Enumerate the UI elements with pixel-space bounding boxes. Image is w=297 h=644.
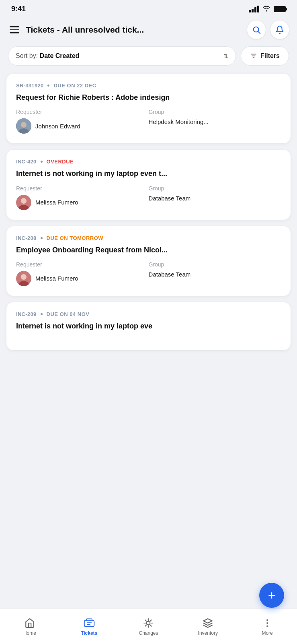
card-fields: Requester Melissa Fumero Group Databas [16, 185, 281, 210]
signal-icon [249, 6, 259, 12]
ticket-id: INC-420 [16, 159, 37, 165]
svg-point-20 [266, 622, 268, 624]
group-value: Database Team [149, 195, 281, 202]
page-title: Tickets - All unresolved tick... [26, 25, 242, 35]
bottom-navigation: Home Tickets [0, 609, 297, 644]
sort-label: Sort by: [16, 52, 38, 59]
card-meta: INC-420 OVERDUE [16, 159, 281, 165]
avatar [16, 118, 31, 134]
card-meta: INC-209 DUE ON 04 NOV [16, 311, 281, 317]
add-ticket-button[interactable]: + [259, 583, 284, 608]
nav-item-changes[interactable]: Changes [119, 609, 178, 641]
tickets-icon [84, 617, 95, 629]
status-bar: 9:41 [0, 0, 297, 17]
svg-point-19 [266, 619, 268, 621]
card-fields: Requester Melissa Fumero Group Databas [16, 261, 281, 286]
svg-point-17 [147, 621, 150, 625]
sort-filter-bar: Sort by: Date Created ⇅ Filters [0, 45, 297, 72]
group-label: Group [149, 261, 281, 268]
sort-arrows-icon: ⇅ [223, 53, 228, 59]
filter-icon [250, 52, 257, 60]
ticket-due: DUE ON 22 DEC [53, 83, 96, 89]
nav-item-tickets[interactable]: Tickets [59, 609, 119, 641]
svg-point-6 [21, 122, 27, 128]
search-button[interactable] [247, 21, 266, 39]
ticket-title: Employee Onboarding Request from Nicol..… [16, 245, 281, 255]
group-name: Database Team [149, 195, 191, 202]
dot-divider [41, 237, 43, 239]
inventory-icon [202, 617, 213, 629]
ticket-due: OVERDUE [47, 159, 74, 165]
bell-icon [275, 25, 284, 34]
group-label: Group [149, 185, 281, 192]
svg-point-9 [21, 198, 27, 204]
card-meta: INC-208 DUE ON TOMORROW [16, 235, 281, 241]
requester-value: Melissa Fumero [16, 271, 149, 286]
ticket-card[interactable]: INC-208 DUE ON TOMORROW Employee Onboard… [6, 226, 291, 296]
sort-value: Date Created [40, 52, 80, 59]
svg-marker-18 [203, 619, 212, 623]
sort-button[interactable]: Sort by: Date Created ⇅ [8, 46, 236, 66]
more-icon [262, 617, 273, 629]
status-time: 9:41 [11, 5, 26, 13]
home-icon [24, 617, 35, 629]
notification-button[interactable] [270, 21, 289, 39]
ticket-id: INC-209 [16, 311, 37, 317]
requester-value: Johnson Edward [16, 118, 149, 134]
card-fields: Requester Johnson Edward Group Helpdes [16, 109, 281, 134]
search-icon [252, 25, 261, 34]
battery-icon [274, 6, 286, 12]
nav-item-inventory[interactable]: Inventory [178, 609, 238, 641]
ticket-due: DUE ON TOMORROW [47, 235, 104, 241]
tickets-list: SR-331920 DUE ON 22 DEC Request for Rich… [0, 72, 297, 398]
nav-label-inventory: Inventory [198, 630, 218, 636]
wifi-icon [262, 5, 270, 13]
group-label: Group [149, 109, 281, 115]
ticket-card[interactable]: SR-331920 DUE ON 22 DEC Request for Rich… [6, 74, 291, 143]
ticket-card[interactable]: INC-420 OVERDUE Internet is not working … [6, 150, 291, 219]
dot-divider [41, 313, 43, 315]
filter-button[interactable]: Filters [241, 46, 289, 66]
ticket-id: INC-208 [16, 235, 37, 241]
group-name: Helpdesk Monitoring... [149, 118, 209, 125]
avatar [16, 271, 31, 286]
dot-divider [47, 85, 49, 87]
nav-item-more[interactable]: More [238, 609, 297, 641]
requester-value: Melissa Fumero [16, 195, 149, 210]
svg-rect-14 [84, 620, 94, 627]
ticket-title: Request for Richie Roberts : Adobe indes… [16, 93, 281, 102]
avatar [16, 195, 31, 210]
ticket-due: DUE ON 04 NOV [47, 311, 90, 317]
requester-name: Melissa Fumero [35, 199, 78, 206]
ticket-card[interactable]: INC-209 DUE ON 04 NOV Internet is not wo… [6, 302, 291, 350]
dot-divider [41, 161, 43, 163]
group-value: Helpdesk Monitoring... [149, 118, 281, 125]
ticket-title: Internet is not working in my laptop eve… [16, 169, 281, 178]
changes-icon [143, 617, 154, 629]
group-name: Database Team [149, 271, 191, 278]
requester-name: Melissa Fumero [35, 275, 78, 282]
svg-point-21 [266, 625, 268, 627]
requester-name: Johnson Edward [35, 123, 80, 130]
filter-label: Filters [260, 52, 280, 60]
card-meta: SR-331920 DUE ON 22 DEC [16, 83, 281, 89]
nav-label-home: Home [23, 630, 36, 636]
nav-label-tickets: Tickets [81, 630, 97, 636]
requester-label: Requester [16, 185, 149, 192]
hamburger-icon[interactable] [8, 25, 21, 35]
svg-line-1 [258, 31, 260, 33]
nav-label-more: More [262, 630, 272, 636]
ticket-title: Internet is not working in my laptop eve [16, 321, 281, 331]
fab-icon: + [268, 589, 276, 602]
ticket-id: SR-331920 [16, 83, 43, 89]
svg-point-12 [21, 274, 27, 280]
status-icons [249, 5, 286, 13]
group-value: Database Team [149, 271, 281, 278]
nav-label-changes: Changes [139, 630, 158, 636]
header: Tickets - All unresolved tick... [0, 17, 297, 45]
requester-label: Requester [16, 261, 149, 268]
requester-label: Requester [16, 109, 149, 115]
nav-item-home[interactable]: Home [0, 609, 59, 641]
